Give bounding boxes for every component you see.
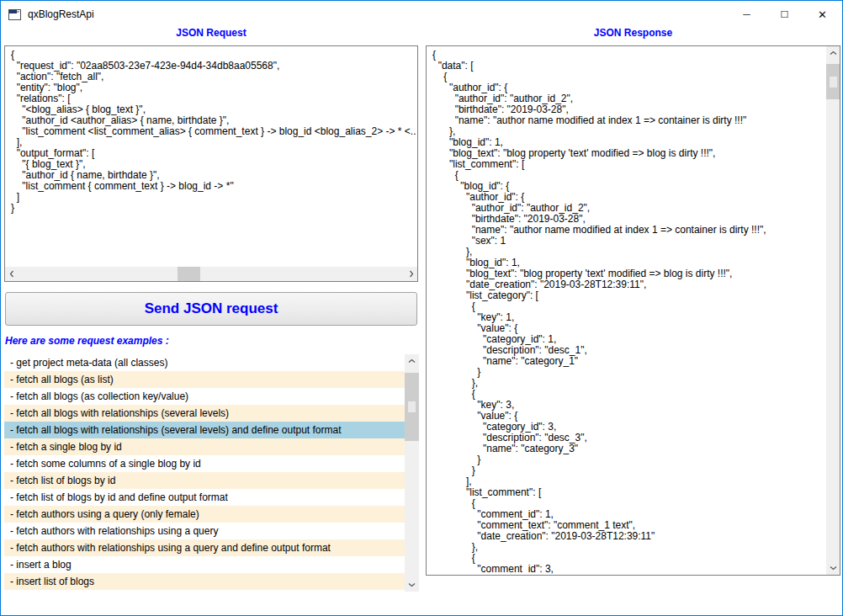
- response-vertical-scrollbar[interactable]: [826, 46, 840, 575]
- send-json-request-button[interactable]: Send JSON request: [5, 292, 417, 326]
- json-response-viewer[interactable]: { "data": [ { "author_id": { "author_id"…: [426, 45, 840, 576]
- example-item[interactable]: - fetch all blogs with relationships (se…: [4, 422, 405, 438]
- scroll-down-icon[interactable]: [826, 560, 840, 575]
- example-item[interactable]: - fetch authors with relationships using…: [4, 523, 405, 539]
- example-item[interactable]: - fetch some columns of a single blog by…: [4, 455, 405, 472]
- json-response-text: { "data": [ { "author_id": { "author_id"…: [427, 46, 826, 574]
- json-request-text[interactable]: { "request_id": "02aa8503-23e7-423e-94d4…: [5, 46, 416, 267]
- scroll-right-icon[interactable]: [404, 267, 417, 281]
- example-item[interactable]: - get project meta-data (all classes): [4, 354, 405, 371]
- window-controls: ─ ☐ ✕: [728, 2, 841, 27]
- request-horizontal-scrollbar[interactable]: [5, 267, 417, 281]
- app-window: qxBlogRestApi ─ ☐ ✕ JSON Request JSON Re…: [0, 0, 843, 616]
- json-response-header: JSON Response: [426, 27, 840, 40]
- request-scrollbar-thumb[interactable]: [178, 267, 200, 281]
- maximize-button[interactable]: ☐: [766, 2, 803, 27]
- scroll-up-icon[interactable]: [826, 46, 840, 61]
- close-button[interactable]: ✕: [803, 2, 841, 27]
- examples-label: Here are some request examples :: [5, 335, 169, 347]
- scroll-left-icon[interactable]: [5, 267, 19, 281]
- example-item[interactable]: - fetch a single blog by id: [4, 438, 405, 455]
- scroll-down-icon[interactable]: [405, 577, 419, 592]
- example-item[interactable]: - fetch list of blogs by id: [4, 472, 405, 489]
- examples-rows: - get project meta-data (all classes) - …: [4, 354, 405, 590]
- json-request-editor[interactable]: { "request_id": "02aa8503-23e7-423e-94d4…: [4, 45, 418, 282]
- example-item[interactable]: - fetch authors with relationships using…: [4, 539, 405, 556]
- example-item[interactable]: - fetch all blogs (as list): [4, 371, 405, 388]
- minimize-icon: ─: [743, 9, 750, 19]
- example-item[interactable]: - fetch all blogs (as collection key/val…: [4, 388, 405, 405]
- titlebar[interactable]: qxBlogRestApi ─ ☐ ✕: [2, 2, 841, 27]
- close-icon: ✕: [818, 9, 827, 20]
- minimize-button[interactable]: ─: [728, 2, 766, 27]
- examples-list: - get project meta-data (all classes) - …: [4, 354, 419, 592]
- example-item[interactable]: - fetch list of blogs by id and define o…: [4, 489, 405, 506]
- json-request-header: JSON Request: [4, 27, 418, 40]
- examples-vertical-scrollbar[interactable]: [405, 354, 419, 592]
- example-item[interactable]: - insert list of blogs: [4, 573, 405, 590]
- maximize-icon: ☐: [781, 10, 789, 19]
- scroll-up-icon[interactable]: [405, 354, 419, 369]
- example-item[interactable]: - fetch authors using a query (only fema…: [4, 506, 405, 523]
- app-window-icon: [8, 9, 21, 20]
- response-scrollbar-thumb[interactable]: [826, 64, 840, 99]
- example-item[interactable]: - fetch all blogs with relationships (se…: [4, 405, 405, 422]
- scrollbar-grip: [408, 401, 416, 412]
- example-item[interactable]: - insert a blog: [4, 556, 405, 573]
- examples-scrollbar-thumb[interactable]: [405, 373, 419, 441]
- window-title: qxBlogRestApi: [28, 8, 94, 20]
- scrollbar-grip: [830, 77, 837, 88]
